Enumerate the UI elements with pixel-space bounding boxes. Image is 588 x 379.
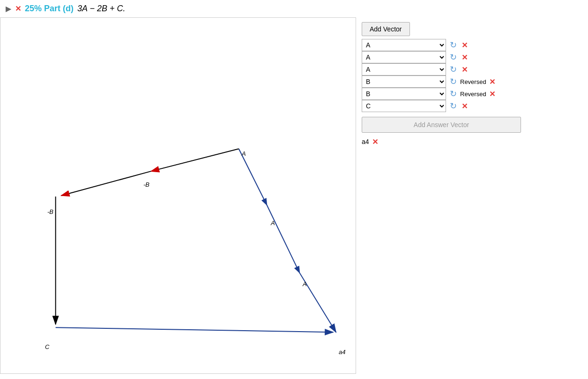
- delete-icon-5[interactable]: ✕: [488, 90, 497, 98]
- canvas-label-A-top: A: [242, 150, 246, 157]
- part-label: 25% Part (d): [25, 4, 74, 14]
- vector-a1: [239, 149, 267, 205]
- refresh-icon-3[interactable]: ↻: [448, 64, 458, 75]
- vector-rows-container: A B C ↻ ✕ A B C ↻ ✕ A: [362, 39, 582, 112]
- vector-row-6: A B C ↻ ✕: [362, 100, 582, 112]
- vector-select-3[interactable]: A B C: [362, 63, 446, 76]
- delete-icon-6[interactable]: ✕: [460, 102, 469, 110]
- delete-icon-2[interactable]: ✕: [460, 53, 469, 61]
- main-container: A -B -B C A A a4 Add Vector A B C ↻ ✕: [0, 17, 588, 374]
- header-red-x-icon[interactable]: ✕: [15, 4, 21, 13]
- delete-icon-4[interactable]: ✕: [488, 77, 497, 86]
- vector-select-2[interactable]: A B C: [362, 51, 446, 63]
- vector-select-5[interactable]: A B C: [362, 88, 446, 100]
- canvas-area: A -B -B C A A a4: [0, 17, 356, 374]
- canvas-label-neg-B2: -B: [47, 208, 53, 215]
- vector-b2-neg: [61, 171, 151, 196]
- add-vector-button[interactable]: Add Vector: [362, 22, 410, 36]
- delete-icon-3[interactable]: ✕: [460, 65, 469, 74]
- add-answer-vector-button[interactable]: Add Answer Vector: [362, 117, 521, 133]
- vector-row-1: A B C ↻ ✕: [362, 39, 582, 51]
- reversed-label-5: Reversed: [460, 91, 486, 98]
- delete-icon-1[interactable]: ✕: [460, 41, 469, 49]
- refresh-icon-2[interactable]: ↻: [448, 52, 458, 62]
- refresh-icon-6[interactable]: ↻: [448, 101, 458, 111]
- vector-a4: [56, 327, 333, 332]
- vector-row-5: A B C ↻ Reversed ✕: [362, 88, 582, 100]
- canvas-label-neg-B1: -B: [143, 181, 149, 188]
- play-icon[interactable]: ▶: [6, 4, 11, 13]
- reversed-label-4: Reversed: [460, 78, 486, 85]
- answer-delete-icon[interactable]: ✕: [371, 137, 380, 146]
- refresh-icon-5[interactable]: ↻: [448, 89, 458, 99]
- right-panel: Add Vector A B C ↻ ✕ A B C ↻: [356, 17, 588, 374]
- header: ▶ ✕ 25% Part (d) 3A − 2B + C.: [0, 0, 588, 17]
- answer-label: a4: [362, 138, 369, 145]
- canvas-label-C: C: [45, 343, 49, 350]
- canvas-label-A-lower: A: [303, 280, 307, 288]
- canvas-label-A-mid: A: [271, 220, 275, 227]
- vector-row-4: A B C ↻ Reversed ✕: [362, 76, 582, 88]
- refresh-icon-4[interactable]: ↻: [448, 76, 458, 87]
- vector-select-6[interactable]: A B C: [362, 100, 446, 112]
- vector-row-2: A B C ↻ ✕: [362, 51, 582, 63]
- vector-row-3: A B C ↻ ✕: [362, 63, 582, 76]
- vector-a2: [267, 205, 300, 273]
- vector-select-1[interactable]: A B C: [362, 39, 446, 51]
- answer-row: a4 ✕: [362, 137, 582, 146]
- math-expression: 3A − 2B + C.: [77, 4, 125, 14]
- vector-b1-neg: [151, 149, 239, 171]
- refresh-icon-1[interactable]: ↻: [448, 40, 458, 50]
- vector-select-4[interactable]: A B C: [362, 76, 446, 88]
- canvas-label-a4: a4: [339, 349, 345, 356]
- canvas-svg: [0, 18, 356, 373]
